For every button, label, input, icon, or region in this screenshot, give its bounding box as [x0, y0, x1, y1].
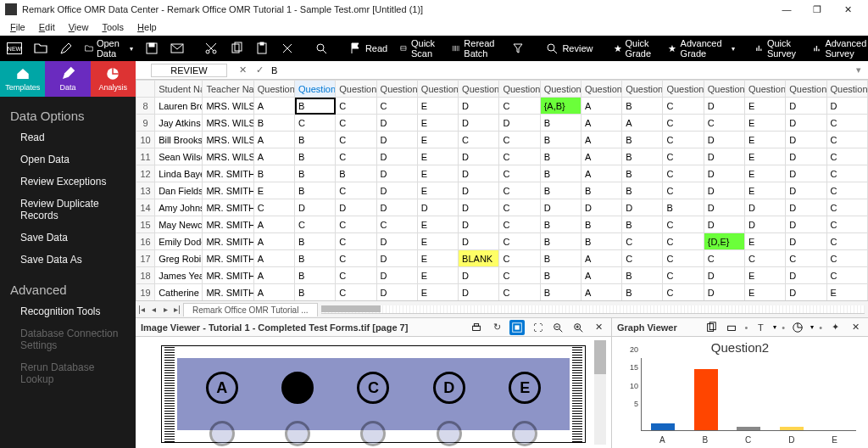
row-number[interactable]: 9: [136, 115, 155, 132]
grid-cell[interactable]: D: [744, 216, 785, 233]
row-number[interactable]: 11: [136, 148, 155, 165]
grid-cell[interactable]: A: [581, 250, 621, 267]
row-number[interactable]: 19: [136, 284, 155, 301]
fullscreen-button[interactable]: ⛶: [530, 320, 545, 335]
grid-cell[interactable]: C: [336, 182, 376, 199]
grid-cell[interactable]: D: [540, 199, 581, 216]
column-header[interactable]: Question6: [459, 81, 499, 98]
grid-cell[interactable]: E: [744, 165, 785, 182]
grid-cell[interactable]: B: [581, 216, 621, 233]
grid-cell[interactable]: D: [376, 267, 417, 284]
grid-cell[interactable]: D: [376, 284, 417, 301]
column-header[interactable]: Question8: [540, 81, 581, 98]
grid-cell[interactable]: Dan Fields: [155, 182, 203, 199]
grid-cell[interactable]: C: [336, 250, 376, 267]
column-header[interactable]: Teacher Nam: [203, 81, 253, 98]
grid-cell[interactable]: C: [253, 199, 294, 216]
grid-cell[interactable]: C: [663, 148, 704, 165]
grid-cell[interactable]: MR. SMITH: [203, 199, 253, 216]
grid-cell[interactable]: D: [459, 267, 499, 284]
row-number[interactable]: 8: [136, 98, 155, 115]
row-number[interactable]: 15: [136, 216, 155, 233]
text-tool-button[interactable]: T: [753, 320, 768, 335]
close-pane-button[interactable]: ✕: [591, 320, 606, 335]
grid-cell[interactable]: E: [417, 165, 458, 182]
grid-cell[interactable]: B: [540, 148, 581, 165]
grid-cell[interactable]: E: [744, 182, 785, 199]
grid-cell[interactable]: C: [459, 132, 499, 148]
grid-cell[interactable]: C: [336, 115, 376, 132]
column-header[interactable]: Question15: [826, 81, 868, 98]
grid-cell[interactable]: D: [786, 115, 826, 132]
image-vscrollbar[interactable]: [594, 340, 606, 445]
formula-dropdown[interactable]: ▾: [856, 64, 868, 76]
cut-button[interactable]: [203, 36, 220, 61]
grid-cell[interactable]: C: [336, 267, 376, 284]
grid-cell[interactable]: E: [744, 148, 785, 165]
grid-cell[interactable]: Lauren Brow: [155, 98, 203, 115]
grid-cell[interactable]: B: [622, 267, 663, 284]
grid-cell[interactable]: D: [704, 199, 744, 216]
grid-cell[interactable]: Bill Brooks: [155, 132, 203, 148]
grid-cell[interactable]: D: [786, 284, 826, 301]
column-header[interactable]: Question2: [295, 81, 336, 98]
grid-cell[interactable]: C: [826, 233, 868, 250]
grid-cell[interactable]: D: [704, 284, 744, 301]
grid-cell[interactable]: D: [376, 132, 417, 148]
grid-cell[interactable]: D: [786, 233, 826, 250]
grid-cell[interactable]: C: [826, 132, 868, 148]
grid-cell[interactable]: B: [540, 284, 581, 301]
grid-cell[interactable]: B: [253, 165, 294, 182]
sidebar-item-save-data-as[interactable]: Save Data As: [0, 249, 136, 271]
find-button[interactable]: [313, 36, 330, 61]
grid-cell[interactable]: C: [499, 182, 540, 199]
data-grid[interactable]: Student NamTeacher NamQuestion1Question2…: [136, 80, 868, 300]
grid-cell[interactable]: B: [540, 132, 581, 148]
grid-cell[interactable]: C: [499, 199, 540, 216]
grid-cell[interactable]: {A,B}: [540, 98, 581, 115]
grid-cell[interactable]: C: [663, 98, 704, 115]
grid-cell[interactable]: MR. SMITH: [203, 250, 253, 267]
grid-cell[interactable]: C: [663, 216, 704, 233]
column-header[interactable]: Question11: [663, 81, 704, 98]
grid-cell[interactable]: A: [581, 267, 621, 284]
grid-cell[interactable]: B: [295, 267, 336, 284]
menu-help[interactable]: Help: [131, 20, 164, 34]
grid-cell[interactable]: E: [744, 132, 785, 148]
chart-type-button[interactable]: [790, 320, 805, 335]
grid-cell[interactable]: D: [459, 233, 499, 250]
grid-cell[interactable]: B: [622, 182, 663, 199]
reread-batch-button[interactable]: Reread Batch: [450, 36, 501, 61]
grid-cell[interactable]: B: [581, 182, 621, 199]
grid-cell[interactable]: D: [704, 267, 744, 284]
grid-cell[interactable]: D: [744, 199, 785, 216]
grid-cell[interactable]: C: [826, 216, 868, 233]
edit-tool-button[interactable]: [58, 36, 75, 61]
advanced-survey-button[interactable]: Advanced Survey▾: [811, 36, 868, 61]
grid-cell[interactable]: Linda Bayer: [155, 165, 203, 182]
grid-cell[interactable]: B: [295, 284, 336, 301]
grid-cell[interactable]: A: [581, 148, 621, 165]
zoom-out-button[interactable]: [550, 320, 565, 335]
read-button[interactable]: Read: [347, 36, 389, 61]
grid-cell[interactable]: A: [581, 165, 621, 182]
sidebar-item-review-duplicate[interactable]: Review Duplicate Records: [0, 193, 136, 227]
grid-cell[interactable]: C: [295, 115, 336, 132]
grid-cell[interactable]: D: [786, 216, 826, 233]
grid-cell[interactable]: E: [826, 284, 868, 301]
tile-templates[interactable]: Templates: [0, 61, 45, 97]
advanced-grade-button[interactable]: ★Advanced Grade▾: [666, 36, 737, 61]
grid-cell[interactable]: D: [622, 199, 663, 216]
cancel-edit-button[interactable]: ✕: [234, 64, 251, 76]
grid-cell[interactable]: A: [253, 132, 294, 148]
grid-cell[interactable]: D: [376, 165, 417, 182]
grid-cell[interactable]: D: [459, 182, 499, 199]
maximize-button[interactable]: ❐: [802, 0, 832, 19]
column-header[interactable]: Student Nam: [155, 81, 203, 98]
grid-cell[interactable]: C: [826, 115, 868, 132]
grid-cell[interactable]: MR. SMITH: [203, 216, 253, 233]
grid-cell[interactable]: C: [826, 182, 868, 199]
grid-cell[interactable]: B: [622, 284, 663, 301]
print-chart-button[interactable]: [724, 320, 739, 335]
grid-cell[interactable]: C: [826, 267, 868, 284]
